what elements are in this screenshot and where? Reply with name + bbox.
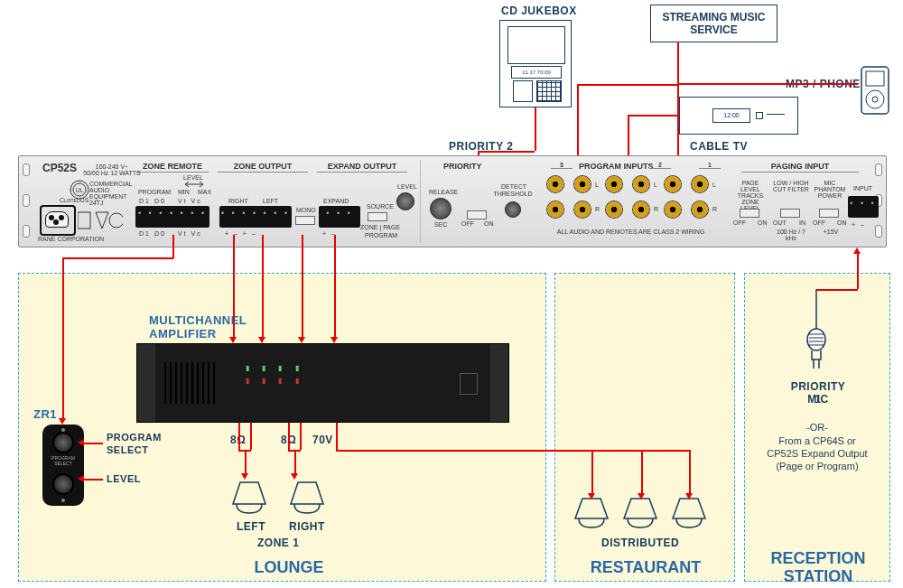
zr1-panel[interactable]: PROGRAM SELECT	[42, 425, 84, 506]
model-label: CP52S	[42, 162, 77, 174]
zone-remote-connector[interactable]: • • • • • • •	[135, 206, 209, 228]
filter-in: IN	[799, 219, 805, 226]
tv-display: 12:00	[712, 108, 750, 123]
cable-tv-label: CABLE TV	[690, 140, 748, 153]
svg-rect-7	[78, 212, 90, 229]
reception-note1: From a CP64S or	[759, 435, 876, 446]
cd-display: 11 17 70:00	[511, 66, 562, 79]
prog-l1: L	[595, 182, 599, 188]
distributed-label: DISTRIBUTED	[601, 537, 679, 549]
company-label: RANE CORPORATION	[38, 236, 104, 242]
filter-switch[interactable]	[780, 209, 800, 218]
eo-zonepage: ZONE | PAGE	[360, 224, 400, 230]
imp3-label: 70V	[312, 434, 333, 446]
prog1-l-jack[interactable]	[665, 176, 681, 192]
zone-output-header: ZONE OUTPUT	[218, 162, 308, 173]
cp52s-rear-panel: CP52S 100-240 V~ 50/60 Hz 12 WATTS COMME…	[18, 155, 887, 247]
phantom-switch[interactable]	[819, 209, 839, 218]
tracks: TRACKS	[738, 192, 763, 199]
filter-vals: 100 Hz / 7 kHz	[773, 229, 809, 241]
program-inputs-header: PROGRAM INPUTS	[579, 162, 654, 171]
lounge-zone	[18, 273, 546, 582]
zr-pins-bot2: Vt Vc	[178, 230, 202, 237]
pl-off: OFF	[733, 219, 746, 226]
zo-sig: + – + –	[225, 230, 257, 237]
pr-detect: DETECT	[496, 183, 532, 190]
zr1-panel-text: PROGRAM SELECT	[42, 455, 84, 466]
mono-switch[interactable]	[295, 216, 315, 225]
reception-note2: CP52S Expand Output	[759, 448, 876, 459]
pr-sec: SEC	[434, 221, 447, 228]
prog2-num: 2	[649, 162, 671, 169]
zr1-level-label: LEVEL	[107, 473, 141, 484]
pr-on: ON	[484, 220, 494, 227]
expand-level-knob[interactable]	[396, 192, 414, 210]
reception-or: -OR-	[759, 422, 876, 433]
prog1-r2-jack[interactable]	[692, 201, 708, 218]
zone-output-connector[interactable]: • • • • • • •	[219, 206, 292, 228]
filter-label: LOW / HIGH CUT FILTER	[773, 180, 809, 192]
zr-max: MAX	[198, 189, 211, 195]
prog1-num: 1	[699, 162, 721, 169]
phantom-v: +15V	[817, 229, 844, 235]
prog1-l2-jack[interactable]	[692, 176, 708, 192]
expand-connector[interactable]: • • •	[319, 206, 360, 228]
zone1-label: ZONE 1	[257, 537, 299, 549]
power-spec: 100-240 V~ 50/60 Hz 12 WATTS	[80, 163, 144, 176]
expand-output-header: EXPAND OUTPUT	[317, 162, 407, 173]
class2-note: ALL AUDIO AND REMOTES ARE CLASS 2 WIRING	[543, 229, 719, 235]
pl-on: ON	[758, 219, 768, 226]
restaurant-zone	[554, 273, 735, 582]
ph-on: ON	[837, 219, 847, 226]
zr-pins-top2: Vt Vc	[178, 198, 202, 204]
streaming-music-box: STREAMING MUSIC SERVICE	[650, 5, 777, 42]
pr-off: OFF	[461, 220, 474, 227]
amp-title2: AMPLIFIER	[149, 327, 217, 341]
prog2-r2-jack[interactable]	[633, 201, 649, 218]
ph-off: OFF	[813, 219, 825, 226]
power-inlet[interactable]	[40, 205, 76, 236]
prog1-r-jack[interactable]	[665, 201, 681, 218]
prog3-num: 3	[551, 162, 573, 169]
speaker-left-label: LEFT	[237, 520, 265, 533]
page-level-switch[interactable]	[740, 209, 759, 218]
prog-r1: R	[595, 206, 600, 212]
zo-right: RIGHT	[228, 198, 248, 204]
release-knob[interactable]	[430, 198, 452, 219]
prog-l2: L	[654, 182, 657, 188]
cd-jukebox-device: 11 17 70:00	[499, 20, 572, 107]
eo-level: LEVEL	[397, 183, 417, 190]
svg-point-10	[807, 329, 825, 350]
reception-note3: (Page or Program)	[759, 461, 876, 471]
prog2-r-jack[interactable]	[606, 201, 622, 218]
zo-mono: MONO	[296, 207, 316, 213]
zr1-level-knob[interactable]	[52, 473, 74, 495]
prog3-l-jack[interactable]	[547, 176, 563, 192]
priority-on-switch[interactable]	[467, 210, 487, 219]
prog2-l-jack[interactable]	[606, 176, 622, 192]
svg-text:UL: UL	[76, 187, 84, 193]
paging-input-connector[interactable]: • • •	[848, 196, 879, 218]
zr-pins-bot: D1 D0	[139, 230, 166, 237]
prog3-r2-jack[interactable]	[574, 201, 591, 218]
eo-expand: EXPAND	[323, 198, 349, 204]
zr1-label: ZR1	[33, 407, 57, 421]
prog3-r-jack[interactable]	[547, 201, 563, 218]
zr1-program-knob[interactable]	[52, 432, 74, 453]
zr-program-label: PROGRAM	[138, 189, 171, 195]
prog-l3: L	[712, 182, 716, 188]
cable-tv-device: 12:00	[679, 97, 798, 135]
prog-r2: R	[654, 206, 658, 212]
reception-title: RECEPTION STATION	[755, 549, 881, 585]
compliance-icons	[78, 209, 123, 234]
prog3-l2-jack[interactable]	[574, 176, 591, 192]
eo-source: SOURCE	[367, 203, 394, 210]
prog2-l2-jack[interactable]	[633, 176, 649, 192]
zr-pins-top: D1 D0	[139, 198, 166, 204]
prog-r3: R	[712, 206, 717, 212]
paging-input-header: PAGING INPUT	[741, 162, 859, 173]
source-switch[interactable]	[368, 212, 387, 221]
detect-knob[interactable]	[505, 201, 521, 218]
pr-thresh: THRESHOLD	[490, 191, 535, 197]
phantom-label: MIC PHANTOM POWER	[814, 180, 846, 199]
